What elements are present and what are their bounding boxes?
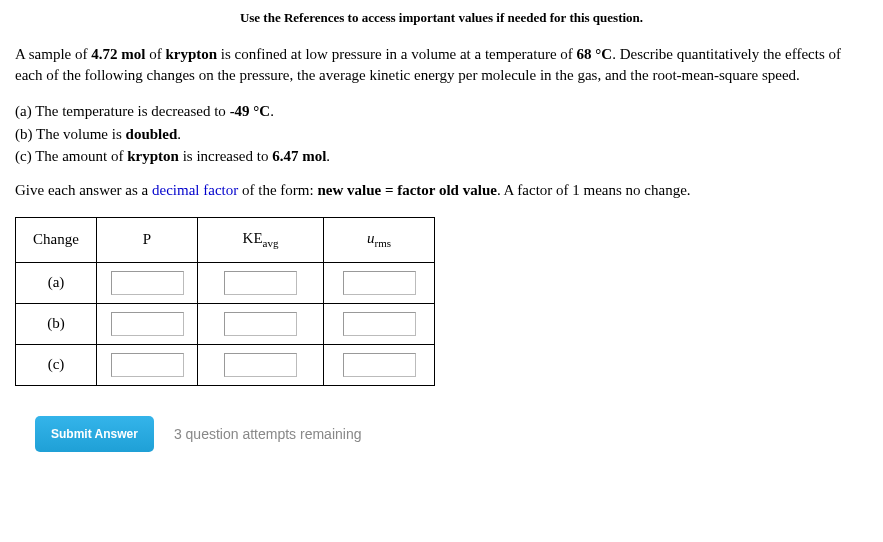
row-label: (c) (16, 344, 97, 385)
text: (c) The amount of (15, 148, 127, 164)
text: . (177, 126, 181, 142)
submit-row: Submit Answer 3 question attempts remain… (15, 416, 868, 452)
part-c-value: 6.47 mol (272, 148, 326, 164)
text: . A factor of 1 means no change. (497, 182, 691, 198)
part-a: (a) The temperature is decreased to -49 … (15, 100, 868, 123)
temp-value: 68 °C (577, 46, 613, 62)
text: is confined at low pressure in a volume … (217, 46, 576, 62)
part-a-value: -49 °C (230, 103, 271, 119)
table-row: (c) (16, 344, 435, 385)
cell-a-p (97, 262, 198, 303)
cell-a-u (324, 262, 435, 303)
input-c-ke[interactable] (224, 353, 297, 377)
decimal-factor-link: decimal factor (152, 182, 238, 198)
cell-c-p (97, 344, 198, 385)
text: u (367, 230, 375, 246)
text: KE (243, 230, 263, 246)
cell-a-ke (198, 262, 324, 303)
header-u: urms (324, 217, 435, 262)
part-c-gas: krypton (127, 148, 179, 164)
table-row: (a) (16, 262, 435, 303)
text: of (145, 46, 165, 62)
text: A sample of (15, 46, 91, 62)
reference-instruction: Use the References to access important v… (15, 10, 868, 26)
text: . (270, 103, 274, 119)
cell-b-ke (198, 303, 324, 344)
answer-format-hint: Give each answer as a decimal factor of … (15, 182, 868, 199)
answer-table: Change P KEavg urms (a) (b) (c) (15, 217, 435, 386)
row-label: (b) (16, 303, 97, 344)
text: Give each answer as a (15, 182, 152, 198)
text: . (326, 148, 330, 164)
input-b-ke[interactable] (224, 312, 297, 336)
part-b: (b) The volume is doubled. (15, 123, 868, 146)
input-a-u[interactable] (343, 271, 416, 295)
text: of the form: (238, 182, 317, 198)
header-ke: KEavg (198, 217, 324, 262)
cell-c-ke (198, 344, 324, 385)
part-c: (c) The amount of krypton is increased t… (15, 145, 868, 168)
row-label: (a) (16, 262, 97, 303)
text: (b) The volume is (15, 126, 126, 142)
header-change: Change (16, 217, 97, 262)
table-header-row: Change P KEavg urms (16, 217, 435, 262)
gas-name: krypton (165, 46, 217, 62)
text: (a) The temperature is decreased to (15, 103, 230, 119)
mol-value: 4.72 mol (91, 46, 145, 62)
subscript: rms (375, 237, 392, 249)
submit-answer-button[interactable]: Submit Answer (35, 416, 154, 452)
attempts-remaining: 3 question attempts remaining (174, 426, 362, 442)
text: is increased to (179, 148, 272, 164)
input-a-ke[interactable] (224, 271, 297, 295)
problem-statement: A sample of 4.72 mol of krypton is confi… (15, 44, 868, 86)
input-b-u[interactable] (343, 312, 416, 336)
part-b-value: doubled (126, 126, 178, 142)
table-row: (b) (16, 303, 435, 344)
formula: new value = factor old value (317, 182, 497, 198)
header-p: P (97, 217, 198, 262)
parts-list: (a) The temperature is decreased to -49 … (15, 100, 868, 168)
input-c-p[interactable] (111, 353, 184, 377)
cell-b-p (97, 303, 198, 344)
input-a-p[interactable] (111, 271, 184, 295)
cell-c-u (324, 344, 435, 385)
input-b-p[interactable] (111, 312, 184, 336)
cell-b-u (324, 303, 435, 344)
input-c-u[interactable] (343, 353, 416, 377)
subscript: avg (263, 237, 279, 249)
